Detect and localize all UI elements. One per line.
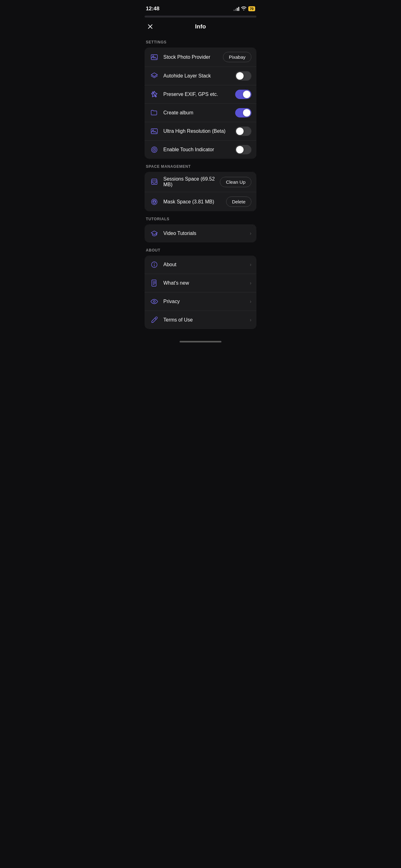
- svg-point-6: [153, 130, 154, 131]
- svg-point-9: [154, 149, 155, 150]
- svg-line-24: [155, 318, 156, 319]
- autohide-toggle-thumb: [236, 72, 244, 80]
- whats-new-label: What's new: [163, 280, 247, 286]
- terms-of-use-label: Terms of Use: [163, 317, 247, 323]
- photo-icon: [149, 53, 159, 62]
- terms-of-use-row[interactable]: Terms of Use ›: [144, 311, 257, 329]
- whats-new-row[interactable]: What's new ›: [144, 274, 257, 292]
- close-button[interactable]: [145, 22, 155, 32]
- header: Info: [140, 18, 261, 34]
- svg-rect-10: [152, 181, 157, 184]
- about-card: About › What's new › Privacy ›: [144, 256, 257, 329]
- preserve-exif-toggle[interactable]: [235, 90, 252, 99]
- enable-touch-indicator-toggle-thumb: [236, 146, 244, 153]
- signal-icon: [234, 6, 239, 11]
- create-album-row: Create album: [144, 104, 257, 122]
- tutorials-card: Video Tutorials ›: [144, 224, 257, 243]
- preserve-exif-label: Preserve EXIF, GPS etc.: [163, 92, 235, 97]
- about-label: About: [163, 262, 247, 268]
- autohide-label: Autohide Layer Stack: [163, 73, 235, 79]
- delete-button[interactable]: Delete: [226, 196, 252, 207]
- privacy-row[interactable]: Privacy ›: [144, 292, 257, 311]
- enable-touch-indicator-row: Enable Touch Indicator: [144, 141, 257, 159]
- clean-up-button[interactable]: Clean Up: [220, 177, 252, 187]
- stock-photo-provider-row: Stock Photo Provider Pixabay: [144, 48, 257, 67]
- about-row[interactable]: About ›: [144, 256, 257, 274]
- battery-indicator: 70: [248, 6, 255, 11]
- stock-photo-provider-button[interactable]: Pixabay: [223, 52, 252, 62]
- svg-point-13: [153, 200, 154, 202]
- inbox-icon: [149, 177, 159, 187]
- target-icon: [149, 145, 159, 154]
- privacy-chevron: ›: [250, 299, 252, 304]
- svg-point-23: [153, 301, 155, 303]
- stock-photo-label: Stock Photo Provider: [163, 54, 223, 60]
- create-album-toggle[interactable]: [235, 108, 252, 118]
- ultra-high-resolution-row: Ultra High Resolution (Beta): [144, 122, 257, 141]
- settings-section-label: SETTINGS: [140, 34, 261, 48]
- create-album-toggle-thumb: [243, 109, 250, 117]
- status-bar: 12:48 70: [140, 0, 261, 16]
- location-icon: [149, 90, 159, 99]
- graduation-icon: [149, 229, 159, 238]
- autohide-layer-stack-row: Autohide Layer Stack: [144, 67, 257, 85]
- layers-icon: [149, 71, 159, 81]
- about-chevron: ›: [250, 262, 252, 268]
- status-icons: 70: [234, 6, 255, 11]
- image-icon: [149, 127, 159, 136]
- enable-touch-indicator-toggle[interactable]: [235, 145, 252, 154]
- info-icon: [149, 260, 159, 269]
- whats-new-chevron: ›: [250, 280, 252, 286]
- ultra-high-resolution-label: Ultra High Resolution (Beta): [163, 128, 235, 134]
- folder-icon: [149, 108, 159, 118]
- terms-of-use-chevron: ›: [250, 317, 252, 323]
- mask-space-row: Mask Space (3.81 MB) Delete: [144, 192, 257, 211]
- privacy-label: Privacy: [163, 299, 247, 304]
- tutorials-section-label: TUTORIALS: [140, 211, 261, 224]
- mask-space-label: Mask Space (3.81 MB): [163, 199, 226, 205]
- space-management-section-label: SPACE MANAGEMENT: [140, 159, 261, 172]
- preserve-exif-row: Preserve EXIF, GPS etc.: [144, 85, 257, 104]
- about-section-label: ABOUT: [140, 243, 261, 256]
- mask-icon: [149, 197, 159, 207]
- settings-card: Stock Photo Provider Pixabay Autohide La…: [144, 48, 257, 159]
- sessions-space-row: Sessions Space (69.52 MB) Clean Up: [144, 172, 257, 192]
- space-management-card: Sessions Space (69.52 MB) Clean Up Mask …: [144, 172, 257, 211]
- sessions-space-label: Sessions Space (69.52 MB): [163, 176, 220, 187]
- home-indicator: [140, 335, 261, 346]
- enable-touch-indicator-label: Enable Touch Indicator: [163, 147, 235, 153]
- autohide-toggle[interactable]: [235, 71, 252, 81]
- video-tutorials-chevron: ›: [250, 230, 252, 236]
- page-title: Info: [195, 23, 206, 30]
- create-album-label: Create album: [163, 110, 235, 116]
- eye-icon: [149, 297, 159, 306]
- preserve-exif-toggle-thumb: [243, 91, 250, 98]
- video-tutorials-row[interactable]: Video Tutorials ›: [144, 224, 257, 243]
- ultra-high-resolution-toggle[interactable]: [235, 127, 252, 136]
- pencil-icon: [149, 315, 159, 324]
- video-tutorials-label: Video Tutorials: [163, 230, 247, 236]
- battery-level: 70: [250, 7, 254, 11]
- svg-point-11: [152, 199, 157, 205]
- wifi-icon: [241, 6, 246, 11]
- document-icon: [149, 278, 159, 288]
- svg-point-14: [155, 200, 156, 202]
- home-bar: [179, 341, 222, 342]
- status-time: 12:48: [146, 6, 159, 12]
- ultra-high-resolution-toggle-thumb: [236, 127, 244, 135]
